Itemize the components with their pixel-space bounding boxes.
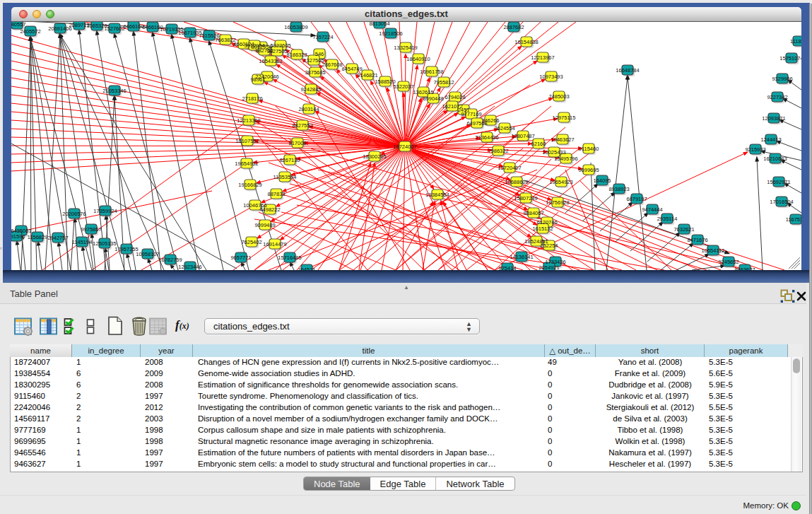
svg-text:7632621: 7632621: [673, 226, 694, 233]
svg-text:15716485: 15716485: [278, 255, 301, 261]
svg-text:17957255: 17957255: [114, 246, 138, 252]
svg-text:3624554: 3624554: [494, 125, 514, 132]
svg-text:8471676: 8471676: [687, 237, 707, 243]
svg-text:16107552: 16107552: [235, 138, 259, 144]
svg-text:252254: 252254: [540, 243, 558, 249]
svg-text:19384554: 19384554: [425, 192, 449, 198]
svg-text:9146821: 9146821: [357, 72, 377, 78]
svg-text:8427552: 8427552: [292, 122, 312, 129]
svg-text:2803144: 2803144: [298, 106, 319, 112]
svg-text:15807249: 15807249: [514, 195, 537, 201]
svg-text:9329966: 9329966: [772, 76, 792, 82]
svg-text:164521: 164521: [298, 267, 315, 270]
svg-text:9227342: 9227342: [767, 94, 787, 100]
svg-text:5322037: 5322037: [393, 83, 413, 90]
svg-text:546: 546: [315, 51, 324, 57]
svg-text:2935114: 2935114: [657, 216, 678, 222]
svg-text:9115460: 9115460: [579, 146, 599, 152]
svg-text:7663822: 7663822: [215, 37, 235, 43]
svg-text:8267130: 8267130: [279, 157, 300, 163]
svg-text:10688609: 10688609: [505, 179, 528, 185]
svg-text:18640910: 18640910: [406, 56, 430, 62]
svg-text:19166829: 19166829: [238, 182, 261, 188]
svg-text:8454749: 8454749: [341, 66, 362, 72]
svg-text:16543362: 16543362: [259, 58, 282, 64]
svg-text:2054921: 2054921: [539, 264, 559, 270]
svg-text:8813054: 8813054: [369, 22, 389, 27]
svg-text:19756928: 19756928: [546, 199, 569, 206]
svg-text:9657771: 9657771: [230, 255, 251, 261]
svg-text:98961: 98961: [251, 76, 266, 83]
svg-text:9215933: 9215933: [745, 146, 765, 153]
svg-text:15692971: 15692971: [767, 179, 790, 185]
svg-text:62160: 62160: [531, 141, 546, 147]
svg-text:11353594: 11353594: [273, 174, 297, 180]
svg-text:10958107: 10958107: [136, 251, 159, 257]
svg-text:19218506: 19218506: [379, 30, 402, 37]
svg-text:10807487: 10807487: [511, 133, 534, 139]
svg-text:9463627: 9463627: [734, 267, 755, 270]
svg-text:15495796: 15495796: [554, 156, 577, 162]
svg-text:17016504: 17016504: [770, 199, 793, 205]
svg-text:2887682: 2887682: [503, 24, 524, 30]
svg-text:12505135: 12505135: [93, 240, 116, 247]
svg-text:164095: 164095: [593, 177, 611, 184]
svg-text:16154838: 16154838: [514, 39, 538, 45]
svg-text:15751074: 15751074: [779, 55, 801, 62]
svg-text:19654932: 19654932: [235, 160, 258, 167]
svg-text:3875685: 3875685: [305, 69, 325, 76]
svg-text:6120746: 6120746: [536, 219, 557, 226]
svg-text:4498222: 4498222: [259, 206, 280, 213]
svg-text:18724007: 18724007: [393, 144, 416, 150]
svg-text:21053346: 21053346: [102, 88, 126, 94]
svg-text:1588520: 1588520: [375, 78, 395, 85]
svg-text:111853: 111853: [790, 38, 801, 45]
svg-text:20206576: 20206576: [62, 211, 86, 217]
svg-text:887833: 887833: [267, 191, 285, 197]
svg-text:9099489: 9099489: [254, 222, 275, 228]
svg-text:6794028: 6794028: [445, 94, 465, 100]
svg-text:6879197: 6879197: [626, 196, 647, 202]
svg-text:10973493: 10973493: [539, 74, 563, 80]
svg-text:940557: 940557: [11, 22, 26, 28]
svg-text:7986322: 7986322: [488, 148, 508, 154]
svg-text:16053809: 16053809: [284, 24, 307, 30]
svg-text:10025433: 10025433: [542, 149, 565, 156]
svg-text:9975867: 9975867: [81, 226, 101, 233]
svg-text:14136141: 14136141: [510, 254, 533, 260]
svg-text:12093871: 12093871: [762, 115, 785, 122]
svg-text:391594: 391594: [11, 233, 25, 240]
svg-text:1244413: 1244413: [760, 136, 781, 143]
svg-text:16648784: 16648784: [616, 67, 639, 74]
svg-text:9245652: 9245652: [718, 259, 739, 265]
svg-text:12975115: 12975115: [553, 115, 576, 121]
svg-text:16961758: 16961758: [420, 69, 443, 75]
svg-text:21364436: 21364436: [475, 134, 498, 141]
svg-text:13325419: 13325419: [394, 45, 417, 51]
svg-text:7485003: 7485003: [548, 93, 569, 100]
svg-text:2718176: 2718176: [242, 95, 262, 102]
svg-text:1156829: 1156829: [28, 234, 48, 240]
svg-text:8990448: 8990448: [423, 95, 443, 102]
svg-text:9699695: 9699695: [578, 167, 599, 173]
svg-text:18300295: 18300295: [363, 153, 386, 160]
svg-text:6466160: 6466160: [123, 23, 143, 30]
svg-text:19463627: 19463627: [551, 136, 574, 143]
svg-text:7357224: 7357224: [312, 34, 333, 40]
svg-text:19654923: 19654923: [549, 179, 572, 185]
svg-text:746266: 746266: [481, 117, 499, 124]
svg-text:16210643: 16210643: [763, 156, 787, 162]
svg-text:2942757: 2942757: [47, 235, 68, 241]
svg-text:1327505: 1327505: [303, 57, 324, 64]
svg-text:817008: 817008: [288, 140, 306, 146]
svg-text:9884067: 9884067: [523, 210, 543, 216]
svg-text:975414: 975414: [498, 265, 516, 270]
svg-text:12923446: 12923446: [178, 264, 201, 270]
svg-text:9474444: 9474444: [642, 206, 662, 213]
svg-text:8938923: 8938923: [608, 186, 629, 192]
svg-text:1615132: 1615132: [532, 226, 553, 232]
svg-text:7955812: 7955812: [433, 79, 454, 86]
svg-text:9777169: 9777169: [461, 111, 481, 117]
svg-text:1527602: 1527602: [104, 25, 124, 32]
svg-text:7625402: 7625402: [241, 239, 261, 245]
